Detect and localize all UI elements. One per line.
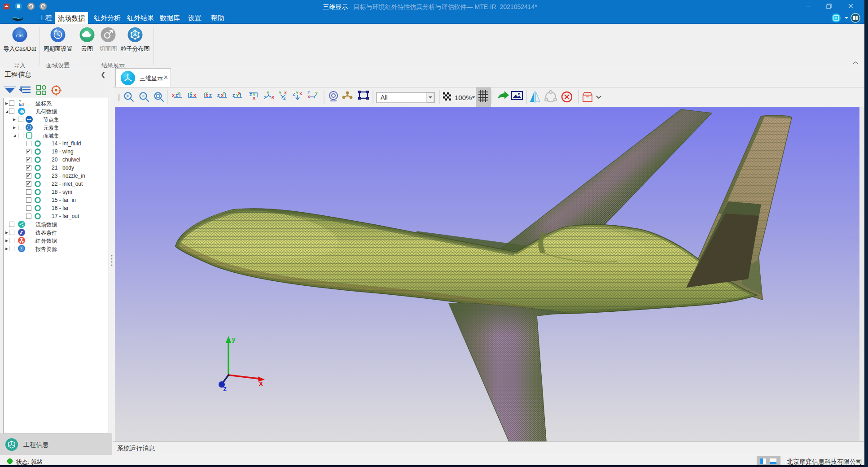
svg-text:x: x [22, 102, 25, 106]
svg-text:z: z [223, 385, 227, 393]
svg-text:All: All [381, 94, 388, 101]
svg-text:cas: cas [16, 32, 24, 39]
svg-text:z: z [20, 103, 22, 107]
svg-text:100%: 100% [455, 94, 472, 101]
svg-text:y: y [232, 336, 236, 343]
svg-text:x: x [259, 380, 263, 387]
